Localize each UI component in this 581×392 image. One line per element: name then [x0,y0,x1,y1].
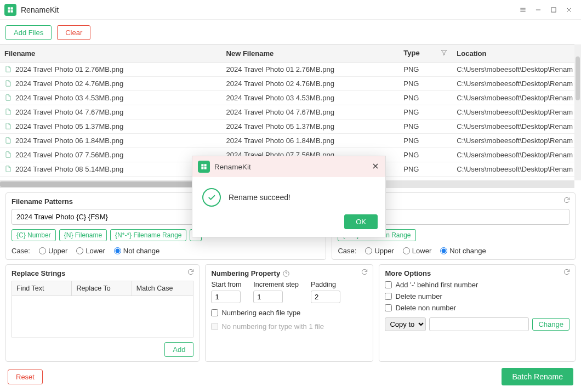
maximize-icon[interactable] [546,2,561,18]
replace-body [12,296,193,338]
col-header-newfilename[interactable]: New Filename [222,45,400,63]
each-type-checkbox[interactable]: Numbering each file type [211,309,367,317]
col-header-filename[interactable]: Filename [0,45,222,63]
toolbar: Add Files Clear [0,20,581,44]
case-upper[interactable]: Upper [39,247,67,255]
case-notchange[interactable]: Not change [114,247,160,255]
dialog-title: RenameKit [214,163,371,171]
file-icon [4,65,12,73]
refresh-icon[interactable] [563,196,571,206]
copy-to-select[interactable]: Copy to [385,317,426,331]
batch-rename-button[interactable]: Batch Rename [502,368,573,385]
step-input[interactable] [253,291,283,303]
filter-icon[interactable] [440,49,448,58]
file-icon [4,79,12,87]
replace-col-find[interactable]: Find Text [12,281,72,296]
hamburger-icon[interactable] [515,2,531,18]
file-icon [4,94,12,101]
file-icon [4,151,12,158]
help-icon[interactable] [282,270,290,277]
cell-location: C:\Users\mobeesoft\Desktop\Renam [452,77,581,91]
titlebar: RenameKit [0,0,581,20]
cell-location: C:\Users\mobeesoft\Desktop\Renam [452,63,581,77]
cell-filename: 2024 Travel Photo 01 2.76MB.png [0,63,222,77]
file-icon [4,108,12,116]
start-input[interactable] [211,291,241,303]
delete-number-checkbox[interactable]: Delete number [385,292,569,300]
case-lower[interactable]: Lower [76,247,105,255]
token-c-number[interactable]: {C} Number [12,229,56,241]
pad-label: Padding [311,281,340,288]
cell-filename: 2024 Travel Photo 08 5.14MB.png [0,162,222,177]
pad-input[interactable] [311,291,340,303]
minimize-icon[interactable] [531,2,546,18]
add-files-button[interactable]: Add Files [5,25,52,40]
dialog-message: Rename succeed! [229,193,290,202]
more-options-panel: More Options Add '-' behind first number… [379,264,576,362]
cell-type: PNG [399,148,452,162]
close-icon[interactable] [561,2,577,18]
add-dash-checkbox[interactable]: Add '-' behind first number [385,281,569,289]
refresh-icon[interactable] [187,268,195,277]
cell-newfilename: 2024 Travel Photo 02 4.76MB.png [222,77,400,91]
vertical-scrollbar[interactable] [574,44,581,180]
ext-case-lower[interactable]: Lower [403,247,431,255]
cell-filename: 2024 Travel Photo 07 7.56MB.png [0,148,222,162]
add-replace-button[interactable]: Add [164,342,193,357]
replace-table: Find Text Replace To Match Case [12,281,193,338]
replace-col-to[interactable]: Replace To [72,281,132,296]
col-header-location[interactable]: Location [452,45,581,63]
refresh-icon[interactable] [361,268,368,277]
cell-type: PNG [399,105,452,120]
table-row[interactable]: 2024 Travel Photo 05 1.37MB.png2024 Trav… [0,120,581,134]
dialog-close-icon[interactable] [371,162,380,172]
no-single-checkbox[interactable]: No numbering for type with 1 file [211,322,367,331]
refresh-icon[interactable] [563,268,571,277]
clear-button[interactable]: Clear [57,25,90,40]
cell-filename: 2024 Travel Photo 04 7.67MB.png [0,105,222,120]
file-icon [4,122,12,130]
token-n-filename[interactable]: {N} Filename [59,229,107,241]
table-row[interactable]: 2024 Travel Photo 02 4.76MB.png2024 Trav… [0,77,581,91]
ext-case-notchange[interactable]: Not change [440,247,486,255]
cell-newfilename: 2024 Travel Photo 03 4.53MB.png [222,91,400,105]
table-row[interactable]: 2024 Travel Photo 01 2.76MB.png2024 Trav… [0,63,581,77]
cell-location: C:\Users\mobeesoft\Desktop\Renam [452,162,581,177]
step-label: Increment step [253,281,299,288]
replace-col-match[interactable]: Match Case [132,281,193,296]
svg-rect-0 [551,7,556,12]
cell-location: C:\Users\mobeesoft\Desktop\Renam [452,134,581,148]
panel-title: More Options [385,269,569,277]
case-label: Case: [338,247,356,255]
copy-to-path[interactable] [429,317,529,331]
cell-newfilename: 2024 Travel Photo 06 1.84MB.png [222,134,400,148]
dialog: RenameKit Rename succeed! OK [192,156,386,237]
cell-filename: 2024 Travel Photo 03 4.53MB.png [0,91,222,105]
table-row[interactable]: 2024 Travel Photo 03 4.53MB.png2024 Trav… [0,91,581,105]
table-row[interactable]: 2024 Travel Photo 04 7.67MB.png2024 Trav… [0,105,581,120]
dialog-ok-button[interactable]: OK [344,214,378,229]
table-row[interactable]: 2024 Travel Photo 06 1.84MB.png2024 Trav… [0,134,581,148]
token-n-range[interactable]: {N*-*} Filename Range [110,229,186,241]
cell-type: PNG [399,120,452,134]
cell-location: C:\Users\mobeesoft\Desktop\Renam [452,105,581,120]
cell-newfilename: 2024 Travel Photo 04 7.67MB.png [222,105,400,120]
col-header-type[interactable]: Type [399,45,452,63]
success-check-icon [202,188,221,207]
delete-nonnumber-checkbox[interactable]: Delete non number [385,304,569,312]
cell-type: PNG [399,134,452,148]
ext-case-upper[interactable]: Upper [365,247,394,255]
cell-newfilename: 2024 Travel Photo 01 2.76MB.png [222,63,400,77]
cell-type: PNG [399,162,452,177]
numbering-panel: Numbering Property Start from Increment … [205,264,373,362]
app-icon [4,4,16,16]
app-icon [198,161,210,173]
reset-button[interactable]: Reset [8,370,43,384]
start-label: Start from [211,281,241,288]
replace-strings-panel: Replace Strings Find Text Replace To Mat… [5,264,200,362]
cell-filename: 2024 Travel Photo 06 1.84MB.png [0,134,222,148]
panel-title: Replace Strings [12,269,193,277]
app-title: RenameKit [21,5,515,14]
case-label: Case: [12,247,30,255]
change-button[interactable]: Change [532,318,569,331]
